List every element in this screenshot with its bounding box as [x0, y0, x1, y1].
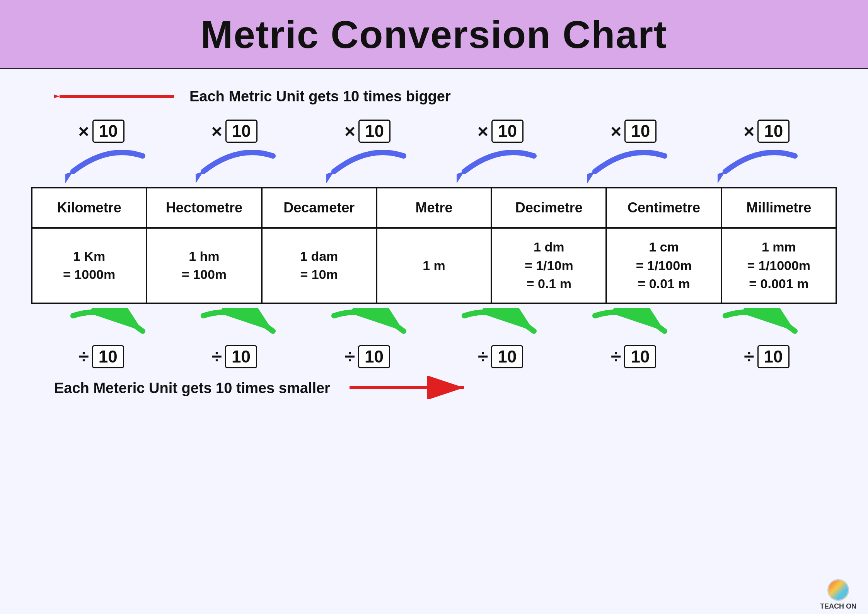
- multiply-symbol-5: × 10: [610, 120, 657, 143]
- blue-arrows-row: [31, 148, 837, 183]
- top-arrow-row: Each Metric Unit gets 10 times bigger: [31, 85, 837, 108]
- green-arrow-4: [457, 308, 542, 343]
- red-arrow-right: [346, 376, 469, 401]
- unit-centimetre: Centimetre: [607, 188, 722, 227]
- box-10-m2: 10: [225, 120, 258, 143]
- green-arrow-6: [718, 308, 803, 343]
- multiply-symbol-1: × 10: [78, 120, 124, 143]
- multiply-group-3: × 10: [311, 120, 423, 144]
- box-10-m4: 10: [491, 120, 524, 143]
- value-millimetre: 1 mm = 1/1000m = 0.001 m: [722, 229, 836, 303]
- value-decameter: 1 dam = 10m: [263, 229, 377, 303]
- units-value-row: 1 Km = 1000m 1 hm = 100m 1 dam = 10m 1 m…: [31, 229, 837, 304]
- teach-on-badge: TEACH ON: [820, 579, 856, 611]
- divide-symbol-3: ÷ 10: [345, 345, 390, 368]
- multiply-group-5: × 10: [578, 120, 690, 144]
- green-arrow-1: [65, 308, 150, 343]
- divide-symbol-5: ÷ 10: [611, 345, 656, 368]
- divide-symbol-4: ÷ 10: [478, 345, 523, 368]
- divide-group-4: ÷ 10: [445, 345, 557, 368]
- box-10-d5: 10: [624, 345, 656, 368]
- multiply-symbol-2: × 10: [211, 120, 258, 143]
- box-10-d2: 10: [225, 345, 257, 368]
- box-10-d6: 10: [757, 345, 790, 368]
- unit-decimetre: Decimetre: [492, 188, 607, 227]
- blue-arrow-6: [718, 148, 803, 183]
- box-10-d4: 10: [491, 345, 523, 368]
- bottom-arrow-row: Each Meteric Unit gets 10 times smaller: [31, 376, 837, 401]
- header: Metric Conversion Chart: [0, 0, 868, 69]
- divide-group-1: ÷ 10: [45, 345, 157, 368]
- box-10-m6: 10: [757, 120, 790, 143]
- unit-hectometre: Hectometre: [147, 188, 262, 227]
- smaller-label: Each Meteric Unit gets 10 times smaller: [54, 380, 330, 397]
- divide-symbol-1: ÷ 10: [78, 345, 124, 368]
- main-content: Each Metric Unit gets 10 times bigger × …: [0, 69, 868, 614]
- divide-symbol-6: ÷ 10: [744, 345, 789, 368]
- divide-group-2: ÷ 10: [178, 345, 290, 368]
- green-arrows-row: [31, 308, 837, 343]
- teach-on-label: TEACH ON: [820, 602, 856, 611]
- value-kilometre: 1 Km = 1000m: [32, 229, 147, 303]
- green-arrow-5: [587, 308, 672, 343]
- multiply-group-2: × 10: [178, 120, 290, 144]
- unit-metre: Metre: [377, 188, 492, 227]
- blue-arrow-1: [65, 148, 150, 183]
- units-name-row: Kilometre Hectometre Decameter Metre Dec…: [31, 187, 837, 229]
- blue-arrow-3: [326, 148, 411, 183]
- teach-on-logo: [827, 579, 849, 601]
- multiply-symbol-3: × 10: [344, 120, 391, 143]
- unit-decameter: Decameter: [263, 188, 377, 227]
- blue-arrow-2: [196, 148, 281, 183]
- value-decimetre: 1 dm = 1/10m = 0.1 m: [492, 229, 607, 303]
- divide-group-3: ÷ 10: [311, 345, 423, 368]
- multiply-row: × 10 × 10 × 10 × 10 × 10: [31, 120, 837, 144]
- box-10-m5: 10: [624, 120, 657, 143]
- multiply-group-6: × 10: [711, 120, 823, 144]
- value-metre: 1 m: [377, 229, 492, 303]
- divide-group-6: ÷ 10: [711, 345, 823, 368]
- value-centimetre: 1 cm = 1/100m = 0.01 m: [607, 229, 722, 303]
- multiply-group-4: × 10: [445, 120, 557, 144]
- unit-kilometre: Kilometre: [32, 188, 147, 227]
- multiply-symbol-6: × 10: [744, 120, 790, 143]
- blue-arrow-5: [587, 148, 672, 183]
- multiply-group-1: × 10: [45, 120, 157, 144]
- multiply-symbol-4: × 10: [477, 120, 524, 143]
- box-10-d3: 10: [358, 345, 390, 368]
- divide-symbol-2: ÷ 10: [212, 345, 257, 368]
- box-10-d1: 10: [92, 345, 124, 368]
- value-hectometre: 1 hm = 100m: [147, 229, 262, 303]
- green-arrow-3: [326, 308, 411, 343]
- red-arrow-left: [54, 85, 178, 108]
- bigger-label: Each Metric Unit gets 10 times bigger: [189, 88, 451, 105]
- page-title: Metric Conversion Chart: [0, 12, 868, 57]
- green-arrow-2: [196, 308, 281, 343]
- blue-arrow-4: [457, 148, 542, 183]
- box-10-m1: 10: [92, 120, 124, 143]
- divide-row: ÷ 10 ÷ 10 ÷ 10 ÷ 10 ÷ 10: [31, 345, 837, 368]
- box-10-m3: 10: [358, 120, 391, 143]
- unit-millimetre: Millimetre: [722, 188, 836, 227]
- divide-group-5: ÷ 10: [578, 345, 690, 368]
